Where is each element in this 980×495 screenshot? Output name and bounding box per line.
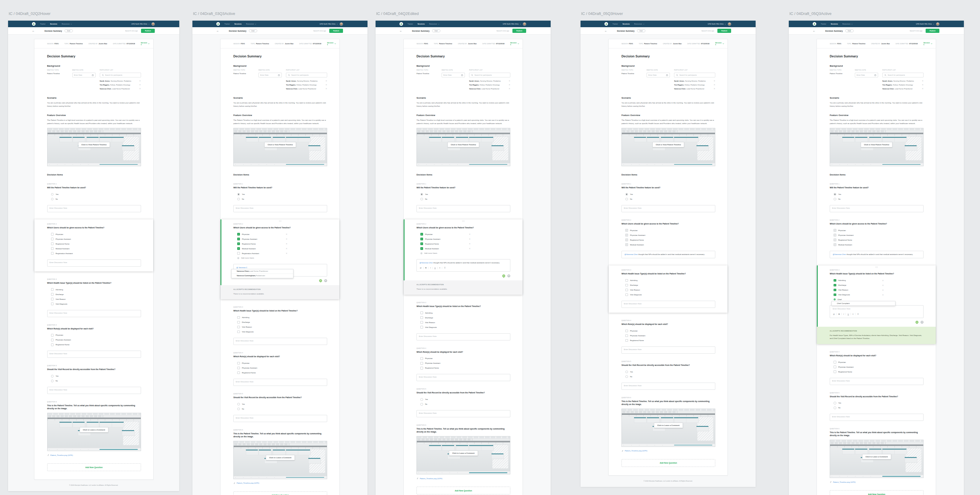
checkbox-option[interactable]: Visit Reason (51, 297, 141, 302)
italic-icon[interactable]: I (843, 313, 844, 316)
discussion-note-input[interactable]: Enter Discussion Note (47, 259, 141, 267)
checkbox-option[interactable]: Registered Nurse (625, 338, 715, 343)
typeahead-suggestion[interactable]: Chief Complaint (832, 301, 895, 306)
nav-link-sessions[interactable]: Sessions (417, 23, 425, 25)
checkbox-icon[interactable]: ✓ (834, 284, 836, 286)
back-button[interactable]: ← (605, 30, 607, 32)
question-2[interactable]: ••••••QUESTION 2Which Users should be gi… (404, 220, 523, 280)
checkbox-icon[interactable]: ✓ (420, 233, 423, 236)
discussion-note-input[interactable]: Enter Discussion Note (830, 414, 924, 421)
checkbox-icon[interactable] (51, 293, 54, 296)
nav-link-resources[interactable]: Resources (843, 23, 853, 25)
shot-cta-button[interactable]: Click to Leave a Comment (654, 423, 683, 428)
app-logo-icon[interactable] (32, 22, 35, 26)
checkbox-option[interactable]: Registration Assistant (51, 251, 141, 256)
checkbox-option[interactable]: Registered Nurse (51, 342, 141, 347)
discussion-note-input[interactable]: Enter Discussion Note (233, 205, 327, 212)
remove-option-icon[interactable]: ✕ (469, 243, 471, 245)
add-question-inline-button[interactable]: + (921, 321, 924, 324)
checkbox-option[interactable]: Physician Assistant (51, 337, 141, 342)
checkbox-option[interactable]: Physician (834, 360, 924, 364)
checkbox-icon[interactable] (51, 233, 54, 236)
checkbox-option[interactable]: ✓Registered Nurse (834, 238, 924, 242)
add-question-inline-button[interactable]: + (508, 274, 510, 277)
checkbox-icon[interactable]: ✓ (834, 239, 836, 241)
radio-option[interactable]: Yes (51, 374, 141, 379)
discussion-note-input[interactable]: Enter Discussion Note (47, 205, 141, 212)
radio-icon[interactable] (834, 198, 836, 201)
discussion-note-input[interactable]: Enter Discussion Note (233, 415, 327, 422)
radio-icon[interactable] (51, 198, 54, 201)
remove-participant-icon[interactable]: ✕ (713, 84, 715, 86)
app-logo-icon[interactable] (813, 22, 816, 26)
checkbox-icon[interactable]: ✓ (625, 239, 628, 241)
attachment-link[interactable]: Patient_Timeline.png (107K) (233, 482, 327, 484)
radio-icon[interactable] (420, 398, 423, 401)
remove-option-icon[interactable]: ✕ (286, 247, 288, 250)
remove-option-icon[interactable]: ✕ (882, 284, 884, 286)
checkbox-icon[interactable] (625, 284, 628, 286)
user-avatar[interactable] (151, 22, 155, 26)
shot-cta-button[interactable]: Click to View Patient Timeline (861, 142, 892, 147)
checkbox-option[interactable]: ✓Discharge✕ (834, 283, 884, 288)
checkbox-option[interactable]: ✓Physician Assistant✕ (420, 237, 471, 242)
remove-option-icon[interactable]: ✕ (882, 289, 884, 291)
remove-participant-icon[interactable]: ✕ (922, 88, 924, 90)
radio-option[interactable]: No (237, 406, 327, 411)
remove-option-icon[interactable]: ✕ (286, 233, 288, 235)
patient-timeline-preview[interactable]: Click to View Patient Timeline (47, 128, 141, 166)
checkbox-icon[interactable] (420, 316, 423, 319)
checkbox-option[interactable]: Registration Assistant✕ (237, 251, 288, 256)
checkbox-option[interactable]: Registered Nurse (237, 370, 327, 375)
checkbox-icon[interactable] (420, 367, 423, 369)
nav-link-sessions[interactable]: Sessions (830, 23, 838, 25)
discussion-note-editor[interactable]: @ Vanessa CVanessa Chen, Lead Nurse Prac… (233, 264, 327, 277)
checkbox-option[interactable]: Visit Diagnosis (420, 325, 510, 330)
checkbox-icon[interactable]: ✓ (237, 247, 240, 250)
drag-handle-icon[interactable]: •••••• (462, 220, 465, 222)
radio-option[interactable]: No (237, 197, 327, 202)
checkbox-icon[interactable]: ✓ (420, 242, 423, 245)
discussion-note-input[interactable]: Enter Discussion Note (417, 333, 510, 341)
participant-search-input[interactable]: Search for participants (286, 73, 327, 77)
checkbox-option[interactable]: ✓Registered Nurse (625, 238, 715, 242)
remove-option-icon[interactable]: ✕ (469, 233, 471, 235)
drag-handle-icon[interactable]: •••••• (279, 220, 282, 222)
checkbox-option[interactable]: Physician (51, 232, 141, 237)
remove-participant-icon[interactable]: ✕ (713, 80, 715, 82)
participant-search-input[interactable]: Search for participants (469, 73, 510, 77)
checkbox-icon[interactable] (420, 362, 423, 364)
app-logo-icon[interactable] (216, 22, 220, 26)
patient-timeline-comment-image[interactable]: Click to Leave a Comment (830, 440, 924, 478)
version-selector[interactable]: Version 1 (327, 42, 336, 45)
discussion-note-input[interactable]: Enter Discussion Note (417, 374, 510, 381)
checkbox-option[interactable]: Discharge (51, 292, 141, 297)
checkbox-icon[interactable] (420, 321, 423, 324)
remove-participant-icon[interactable]: ✕ (713, 88, 715, 90)
discussion-note-input[interactable]: Enter Discussion Note (622, 383, 715, 390)
mention-icon[interactable]: @ (833, 313, 835, 316)
discussion-note-input[interactable]: Enter Discussion Note (830, 205, 924, 212)
remove-option-icon[interactable]: ✕ (882, 280, 884, 282)
patient-timeline-preview[interactable]: Click to View Patient Timeline (830, 128, 924, 166)
checkbox-option[interactable]: Visit Diagnosis (51, 302, 141, 306)
checkbox-icon[interactable]: ✓ (834, 293, 836, 296)
add-more-users-button[interactable]: Add more Users (237, 256, 327, 260)
checkbox-option[interactable]: Physician (420, 356, 510, 361)
nav-link-resources[interactable]: Resources (634, 23, 645, 25)
checkbox-option[interactable]: ✓Physician✕ (237, 232, 288, 237)
patient-timeline-preview[interactable]: Click to View Patient Timeline (622, 128, 715, 166)
collapse-card-button[interactable] (319, 279, 322, 282)
checkbox-option[interactable]: Physician (51, 333, 141, 337)
radio-icon[interactable] (51, 375, 54, 377)
checkbox-icon[interactable]: ✓ (834, 279, 836, 282)
nav-link-tracker[interactable]: Tracker (612, 23, 618, 25)
version-selector[interactable]: Version 1 (510, 42, 519, 45)
checkbox-option[interactable]: ✓Visit Reason✕ (834, 288, 884, 292)
radio-icon[interactable] (420, 403, 423, 406)
clinic-selector[interactable]: UHS North Hills Clinic (708, 23, 726, 25)
radio-option[interactable]: No (625, 374, 715, 379)
app-logo-icon[interactable] (605, 22, 608, 26)
bold-icon[interactable]: B (425, 266, 427, 269)
checkbox-icon[interactable]: ✓ (237, 233, 240, 236)
